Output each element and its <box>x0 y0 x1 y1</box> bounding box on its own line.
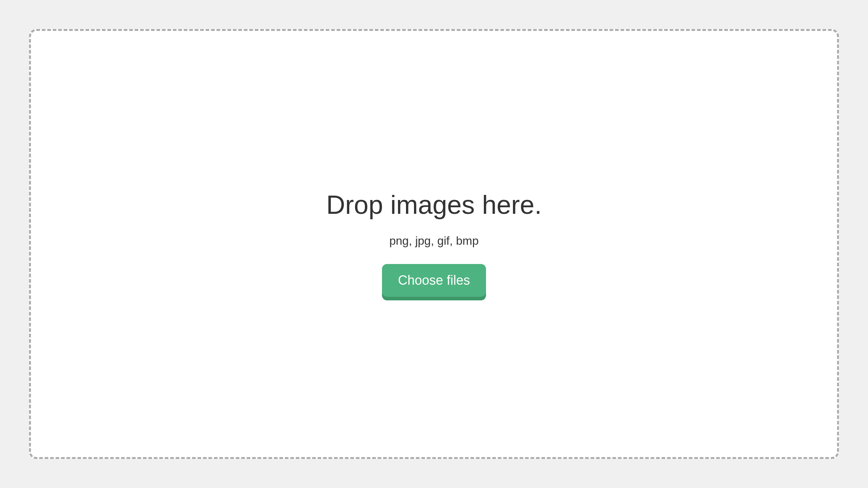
choose-files-button[interactable]: Choose files <box>382 264 486 297</box>
file-dropzone[interactable]: Drop images here. png, jpg, gif, bmp Cho… <box>29 29 839 459</box>
accepted-file-types: png, jpg, gif, bmp <box>389 234 478 248</box>
dropzone-title: Drop images here. <box>326 190 542 220</box>
